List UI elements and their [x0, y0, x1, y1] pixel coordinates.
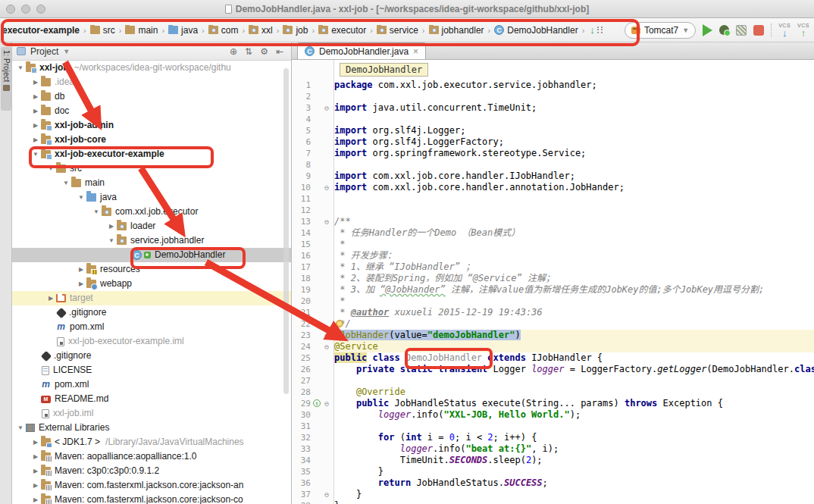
- tree-row-target[interactable]: ▶target: [12, 291, 291, 305]
- expanded-arrow-icon[interactable]: ▼: [91, 205, 102, 219]
- vcs-commit-icon[interactable]: VCS↑: [797, 23, 809, 37]
- fold-marker-icon[interactable]: ⊖: [324, 489, 329, 500]
- gutter-line-1[interactable]: 1: [292, 80, 333, 91]
- gutter-line-8[interactable]: 8: [292, 159, 333, 171]
- code-line-5[interactable]: import org.slf4j.Logger;: [334, 125, 814, 136]
- gutter-line-23[interactable]: 23⊖: [292, 330, 333, 341]
- minimize-window-icon[interactable]: [21, 5, 30, 14]
- tree-row-maven-com-fasterxml-jackson-core-jackson-an[interactable]: ▶Maven: com.fasterxml.jackson.core:jacks…: [12, 478, 291, 493]
- chevron-down-icon[interactable]: ▼: [63, 48, 70, 55]
- breadcrumb[interactable]: executor-example›src›main›java›com›xxl›j…: [0, 25, 585, 36]
- editor-gutter[interactable]: 123⊖45678910⊖111213⊖14151617181920212223…: [292, 60, 334, 504]
- breadcrumb-item-jobhandler[interactable]: jobhandler: [429, 25, 484, 36]
- tree-row-xxl-job-executor-example-iml[interactable]: xxl-job-executor-example.iml: [12, 334, 291, 349]
- code-line-32[interactable]: for (int i = 0; i < 2; i++) {: [334, 432, 814, 443]
- code-line-1[interactable]: package com.xxl.job.executor.service.job…: [334, 80, 814, 91]
- collapsed-arrow-icon[interactable]: ▶: [30, 104, 41, 118]
- gutter-line-19[interactable]: 19: [292, 284, 333, 296]
- fold-marker-icon[interactable]: ⊖: [324, 182, 329, 193]
- code-line-3[interactable]: import java.util.concurrent.TimeUnit;: [334, 102, 814, 114]
- run-configuration-selector[interactable]: Tomcat7 ▼: [625, 22, 696, 39]
- gutter-line-22[interactable]: 22: [292, 318, 333, 330]
- scroll-down-icon[interactable]: ↓: [590, 24, 595, 36]
- gutter-line-14[interactable]: 14: [292, 227, 333, 239]
- collapsed-arrow-icon[interactable]: ▶: [30, 493, 41, 504]
- code-line-34[interactable]: TimeUnit.SECONDS.sleep(2);: [334, 455, 814, 466]
- breadcrumb-item-job[interactable]: job: [283, 25, 308, 36]
- gutter-line-24[interactable]: 24⊖: [292, 341, 333, 352]
- window-controls[interactable]: [6, 5, 45, 14]
- tree-row-xxl-job-iml[interactable]: xxl-job.iml: [12, 406, 291, 421]
- breadcrumb-item-service[interactable]: service: [377, 25, 418, 36]
- tree-row-xxl-job-admin[interactable]: ▶xxl-job-admin: [12, 118, 291, 133]
- code-line-35[interactable]: }: [334, 466, 814, 477]
- code-line-8[interactable]: [334, 159, 814, 171]
- code-line-26[interactable]: private static transient Logger logger =…: [334, 364, 814, 375]
- locate-icon[interactable]: ⊕: [230, 46, 237, 57]
- code-line-14[interactable]: * 任务Handler的一个Demo （Bean模式）: [334, 227, 814, 239]
- tree-row-db[interactable]: ▶db: [12, 89, 291, 104]
- collapse-all-icon[interactable]: ⇅: [245, 46, 252, 57]
- expanded-arrow-icon[interactable]: ▼: [61, 176, 71, 190]
- intention-bulb-icon[interactable]: [336, 320, 343, 327]
- gear-icon[interactable]: ⚙: [260, 46, 268, 57]
- gutter-line-13[interactable]: 13⊖: [292, 216, 333, 227]
- gutter-line-3[interactable]: 3⊖: [292, 102, 333, 114]
- fold-marker-icon[interactable]: ⊖: [324, 216, 329, 227]
- gutter-line-2[interactable]: 2: [292, 91, 333, 102]
- gutter-line-4[interactable]: 4: [292, 114, 333, 125]
- vcs-update-icon[interactable]: VCS↓: [778, 23, 791, 37]
- code-line-19[interactable]: * 3、加 “@JobHander” 注解，注解value值为新增任务生成的Jo…: [334, 284, 814, 296]
- gutter-line-21[interactable]: 21: [292, 307, 333, 318]
- collapsed-arrow-icon[interactable]: ▶: [76, 262, 86, 277]
- gutter-line-38[interactable]: 38: [292, 500, 333, 504]
- tree-row-xxl-job-core[interactable]: ▶xxl-job-core: [12, 133, 291, 147]
- debug-icon[interactable]: [719, 25, 729, 35]
- gutter-line-34[interactable]: 34: [292, 455, 333, 466]
- close-window-icon[interactable]: [6, 5, 15, 14]
- gutter-line-12[interactable]: 12: [292, 205, 333, 216]
- tree-row-maven-aopalliance-aopalliance-1-0[interactable]: ▶Maven: aopalliance:aopalliance:1.0: [12, 449, 291, 464]
- tree-row-external-libraries[interactable]: ▼External Libraries: [12, 421, 291, 435]
- collapsed-arrow-icon[interactable]: ▶: [45, 291, 56, 305]
- gutter-line-32[interactable]: 32: [292, 432, 333, 443]
- gutter-line-28[interactable]: 28: [292, 387, 333, 398]
- tab-demojobhandler[interactable]: C DemoJobHandler.java ×: [297, 42, 426, 59]
- tree-row-resources[interactable]: ▶resources: [12, 262, 291, 277]
- tree-row-demojobhandler[interactable]: CDemoJobHandler: [12, 248, 291, 262]
- code-line-27[interactable]: [334, 375, 814, 387]
- code-line-13[interactable]: /**: [334, 216, 814, 227]
- code-line-12[interactable]: [334, 205, 814, 216]
- code-line-4[interactable]: [334, 114, 814, 125]
- tree-row-java[interactable]: ▼java: [12, 190, 291, 205]
- code-line-10[interactable]: import com.xxl.job.core.handler.annotati…: [334, 182, 814, 193]
- collapsed-arrow-icon[interactable]: ▶: [30, 133, 41, 147]
- project-panel-header[interactable]: Project ▼ ⊕ ⇅ ⚙ ⇤: [12, 42, 291, 61]
- gutter-line-20[interactable]: 20: [292, 296, 333, 307]
- tree-scrollbar[interactable]: [283, 68, 289, 394]
- gutter-line-10[interactable]: 10⊖: [292, 182, 333, 193]
- tree-row-maven-com-fasterxml-jackson-core-jackson-co[interactable]: ▶Maven: com.fasterxml.jackson.core:jacks…: [12, 493, 291, 504]
- gutter-line-35[interactable]: 35: [292, 466, 333, 477]
- breadcrumb-item-xxl[interactable]: xxl: [249, 25, 273, 36]
- gutter-line-5[interactable]: 5: [292, 125, 333, 136]
- collapsed-arrow-icon[interactable]: ▶: [30, 478, 41, 493]
- code-line-16[interactable]: * 开发步骤：: [334, 250, 814, 261]
- tree-row-main[interactable]: ▼main: [12, 176, 291, 190]
- collapsed-arrow-icon[interactable]: ▶: [30, 75, 41, 89]
- breadcrumb-item-java[interactable]: java: [168, 25, 198, 36]
- gutter-line-37[interactable]: 37⊖: [292, 489, 333, 500]
- project-tree[interactable]: ▼xxl-job~/workspaces/idea-git-workspace/…: [12, 61, 291, 504]
- code-line-11[interactable]: [334, 193, 814, 205]
- code-line-2[interactable]: [334, 91, 814, 102]
- code-line-36[interactable]: return JobHandleStatus.SUCCESS;: [334, 477, 814, 489]
- close-icon[interactable]: ×: [413, 46, 418, 57]
- code-line-17[interactable]: * 1、继承 “IJobHandler” ；: [334, 261, 814, 273]
- tree-row--jdk1-7-[interactable]: ▶< JDK1.7 >/Library/Java/JavaVirtualMach…: [12, 435, 291, 449]
- collapsed-arrow-icon[interactable]: ▶: [30, 449, 41, 464]
- code-line-21[interactable]: * @author xuxueli 2015-12-19 19:43:36: [334, 307, 814, 318]
- tree-row-service-jobhandler[interactable]: ▼service.jobhandler: [12, 233, 291, 248]
- collapsed-arrow-icon[interactable]: ▶: [30, 435, 41, 449]
- code-line-25[interactable]: public class DemoJobHandler extends IJob…: [334, 352, 814, 364]
- breadcrumb-item-com[interactable]: com: [208, 25, 239, 36]
